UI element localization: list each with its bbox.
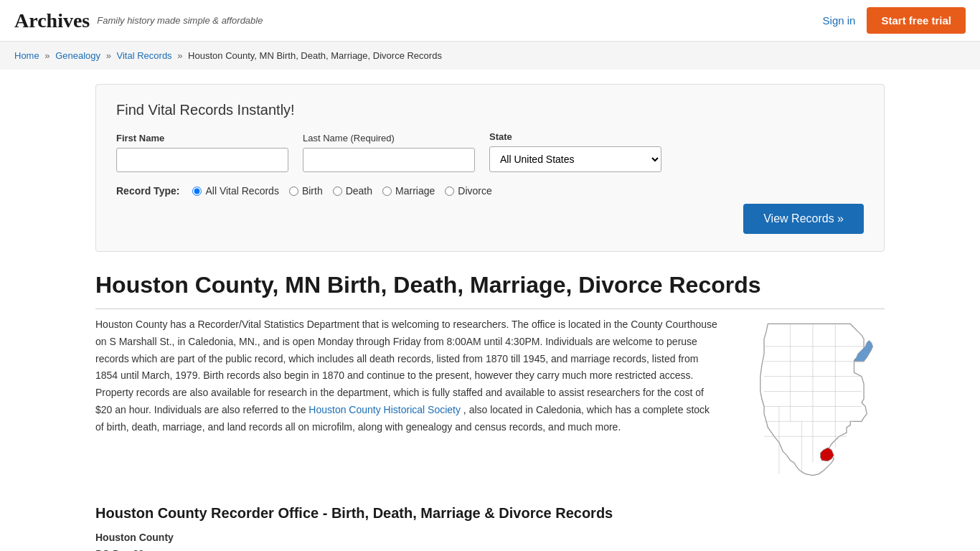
breadcrumb-vital-records[interactable]: Vital Records [117, 50, 172, 61]
last-name-field-group: Last Name (Required) [303, 133, 475, 172]
breadcrumb-genealogy[interactable]: Genealogy [55, 50, 100, 61]
main-content: Find Vital Records Instantly! First Name… [81, 70, 899, 551]
state-field-group: State All United States [489, 131, 661, 172]
first-name-input[interactable] [116, 148, 288, 172]
page-title: Houston County, MN Birth, Death, Marriag… [95, 272, 885, 309]
record-type-marriage[interactable]: Marriage [382, 185, 435, 197]
record-type-marriage-radio[interactable] [382, 187, 392, 196]
mn-map-svg [741, 316, 885, 481]
header-left: Archives Family history made simple & af… [14, 9, 263, 32]
breadcrumb: Home » Genealogy » Vital Records » Houst… [0, 42, 980, 70]
view-records-row: View Records » [116, 204, 864, 234]
record-type-label: Record Type: [116, 185, 179, 197]
first-name-label: First Name [116, 133, 288, 143]
state-label: State [489, 131, 661, 142]
search-box: Find Vital Records Instantly! First Name… [95, 84, 885, 252]
record-type-birth[interactable]: Birth [289, 185, 323, 197]
record-type-birth-radio[interactable] [289, 187, 298, 196]
description-part1: Houston County has a Recorder/Vital Stat… [95, 319, 717, 415]
record-type-divorce[interactable]: Divorce [445, 185, 491, 197]
breadcrumb-sep-1: » [44, 50, 50, 61]
record-type-death-radio[interactable] [333, 187, 342, 196]
view-records-button[interactable]: View Records » [743, 204, 864, 234]
header-right: Sign in Start free trial [823, 7, 966, 34]
breadcrumb-current: Houston County, MN Birth, Death, Marriag… [188, 50, 442, 61]
content-text: Houston County has a Recorder/Vital Stat… [95, 316, 720, 484]
record-type-divorce-radio[interactable] [445, 187, 454, 196]
first-name-field-group: First Name [116, 133, 288, 172]
minnesota-map [741, 316, 885, 484]
last-name-label: Last Name (Required) [303, 133, 475, 143]
record-type-options: All Vital Records Birth Death Marriage D… [192, 185, 491, 197]
search-fields: First Name Last Name (Required) State Al… [116, 131, 864, 172]
last-name-input[interactable] [303, 148, 475, 172]
state-select[interactable]: All United States [489, 146, 661, 172]
content-area: Houston County has a Recorder/Vital Stat… [95, 316, 885, 484]
sign-in-link[interactable]: Sign in [823, 14, 856, 27]
site-tagline: Family history made simple & affordable [97, 15, 263, 26]
site-header: Archives Family history made simple & af… [0, 0, 980, 42]
recorder-heading: Houston County Recorder Office - Birth, … [95, 505, 885, 522]
record-type-death[interactable]: Death [333, 185, 372, 197]
site-logo: Archives [14, 9, 90, 32]
historical-society-link[interactable]: Houston County Historical Society [308, 404, 461, 415]
breadcrumb-sep-2: » [106, 50, 111, 61]
record-type-row: Record Type: All Vital Records Birth Dea… [116, 185, 864, 197]
county-name: Houston County [95, 532, 885, 543]
search-title: Find Vital Records Instantly! [116, 102, 864, 118]
svg-marker-0 [760, 324, 867, 475]
breadcrumb-sep-3: » [177, 50, 182, 61]
record-type-all-radio[interactable] [192, 187, 202, 196]
start-trial-button[interactable]: Start free trial [867, 7, 966, 34]
county-address: PO Box 29 [95, 546, 885, 551]
breadcrumb-home[interactable]: Home [14, 50, 39, 61]
record-type-all[interactable]: All Vital Records [192, 185, 278, 197]
